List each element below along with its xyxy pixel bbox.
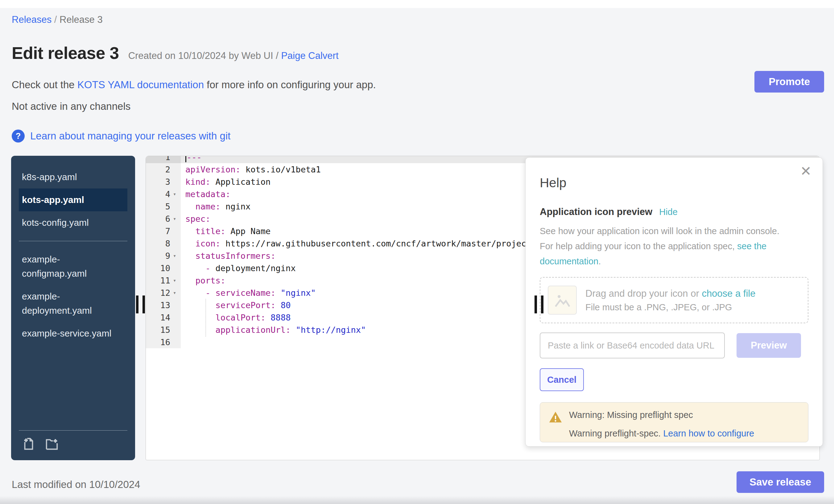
dropzone-text-block: Drag and drop your icon or choose a file… <box>586 288 755 312</box>
sidebar-file-k8s-app.yaml[interactable]: k8s-app.yaml <box>19 166 127 189</box>
sidebar-file-example-service.yaml[interactable]: example-service.yaml <box>19 322 127 345</box>
question-circle-icon: ? <box>12 130 25 143</box>
code-text: icon: https://raw.githubusercontent.com/… <box>181 239 536 248</box>
breadcrumb: Releases / Release 3 <box>12 14 103 25</box>
preview-button[interactable]: Preview <box>737 333 801 358</box>
channel-status: Not active in any channels <box>12 101 130 112</box>
line-number[interactable]: 2 <box>146 163 181 176</box>
fold-arrow-icon[interactable]: ▾ <box>170 290 179 296</box>
line-number[interactable]: 11▾ <box>146 274 181 287</box>
add-file-icon[interactable] <box>21 437 36 452</box>
title-row: Edit release 3 Created on 10/10/2024 by … <box>12 43 339 63</box>
icon-dropzone[interactable]: Drag and drop your icon or choose a file… <box>540 277 808 323</box>
drag-drop-text: Drag and drop your icon or <box>586 288 702 299</box>
description-period: . <box>598 256 601 266</box>
line-number[interactable]: 15 <box>146 324 181 336</box>
warning-triangle-icon <box>549 411 562 424</box>
line-number[interactable]: 3 <box>146 176 181 188</box>
file-list: k8s-app.yamlkots-app.yamlkots-config.yam… <box>11 166 135 345</box>
save-release-button[interactable]: Save release <box>737 471 824 493</box>
code-text: servicePort: 80 <box>181 301 290 310</box>
dropzone-main-text: Drag and drop your icon or choose a file <box>586 288 755 299</box>
add-folder-icon[interactable] <box>45 437 59 452</box>
breadcrumb-releases-link[interactable]: Releases <box>12 14 51 25</box>
promote-button[interactable]: Promote <box>754 71 824 92</box>
sidebar-editor-resize-handle[interactable] <box>136 295 145 313</box>
file-label: example-deployment.yaml <box>22 289 114 318</box>
kots-yaml-doc-link[interactable]: KOTS YAML documentation <box>78 79 204 90</box>
git-help-link[interactable]: Learn about managing your releases with … <box>30 130 231 142</box>
icon-url-input[interactable] <box>540 332 725 358</box>
code-text: name: nginx <box>181 202 250 211</box>
line-number[interactable]: 12▾ <box>146 287 181 299</box>
warning-detail: Warning preflight-spec. Learn how to con… <box>569 429 754 439</box>
close-icon[interactable]: ✕ <box>800 163 811 179</box>
code-text: apiVersion: kots.io/v1beta1 <box>181 165 321 174</box>
text-cursor <box>185 156 186 162</box>
file-sidebar: k8s-app.yamlkots-app.yamlkots-config.yam… <box>11 156 135 460</box>
line-number[interactable]: 4▾ <box>146 188 181 200</box>
image-placeholder-icon <box>548 286 577 314</box>
code-text: spec: <box>181 214 210 224</box>
warning-title: Warning: Missing preflight spec <box>569 410 754 420</box>
fold-arrow-icon[interactable]: ▾ <box>170 191 179 197</box>
line-number[interactable]: 14 <box>146 311 181 324</box>
fold-arrow-icon[interactable]: ▾ <box>170 253 179 259</box>
icon-preview-section-header: Application icon preview Hide <box>540 206 808 217</box>
window-top-strip <box>0 0 834 8</box>
code-text: statusInformers: <box>181 251 276 261</box>
code-text: localPort: 8888 <box>181 313 290 322</box>
window-bottom-strip <box>0 496 834 504</box>
last-modified-text: Last modified on 10/10/2024 <box>12 479 140 490</box>
learn-configure-link[interactable]: Learn how to configure <box>663 429 754 438</box>
choose-file-link[interactable]: choose a file <box>702 288 755 299</box>
created-info: Created on 10/10/2024 by Web UI / Paige … <box>128 50 339 61</box>
intro-prefix: Check out the <box>12 79 78 90</box>
file-label: kots-config.yaml <box>22 216 89 230</box>
file-label: example-configmap.yaml <box>22 252 114 281</box>
created-user-link[interactable]: Paige Calvert <box>281 50 338 61</box>
icon-url-row: Preview <box>540 332 808 358</box>
code-text: ports: <box>181 276 225 285</box>
line-number[interactable]: 7 <box>146 225 181 237</box>
dropzone-file-requirements: File must be a .PNG, .JPEG, or .JPG <box>586 302 755 312</box>
line-number[interactable]: 5 <box>146 200 181 213</box>
fold-arrow-icon[interactable]: ▾ <box>170 277 179 283</box>
preflight-warning-box: Warning: Missing preflight spec Warning … <box>540 402 808 442</box>
help-panel-title: Help <box>540 176 808 190</box>
warning-texts: Warning: Missing preflight spec Warning … <box>569 410 754 442</box>
code-text: kind: Application <box>181 177 270 187</box>
sidebar-file-kots-config.yaml[interactable]: kots-config.yaml <box>19 211 127 234</box>
icon-preview-description: See how your application icon will look … <box>540 224 790 269</box>
code-text: - deployment/nginx <box>181 263 296 273</box>
git-help-row[interactable]: ? Learn about managing your releases wit… <box>12 130 231 143</box>
code-text: --- <box>181 156 202 162</box>
sidebar-file-example-deployment.yaml[interactable]: example-deployment.yaml <box>19 285 127 322</box>
line-number[interactable]: 13 <box>146 299 181 311</box>
line-number[interactable]: 9▾ <box>146 249 181 262</box>
editor-help-resize-handle[interactable] <box>534 295 544 313</box>
sidebar-file-example-configmap.yaml[interactable]: example-configmap.yaml <box>19 248 127 285</box>
sidebar-file-kots-app.yaml[interactable]: kots-app.yaml <box>19 189 127 211</box>
line-number[interactable]: 1 <box>146 156 181 163</box>
help-panel: ✕ Help Application icon preview Hide See… <box>525 157 823 447</box>
warning-detail-text: Warning preflight-spec. <box>569 429 663 438</box>
hide-link[interactable]: Hide <box>659 207 678 217</box>
line-number[interactable]: 16 <box>146 336 181 348</box>
file-list-divider <box>19 241 127 241</box>
icon-preview-title: Application icon preview <box>540 206 652 217</box>
file-label: k8s-app.yaml <box>22 170 77 184</box>
code-text: metadata: <box>181 190 231 199</box>
created-text: Created on 10/10/2024 by Web UI / <box>128 50 281 61</box>
intro-suffix: for more info on configuring your app. <box>204 79 376 90</box>
file-label: kots-app.yaml <box>22 193 84 207</box>
cancel-button[interactable]: Cancel <box>540 368 584 391</box>
line-number[interactable]: 8 <box>146 237 181 249</box>
line-number[interactable]: 6▾ <box>146 213 181 225</box>
breadcrumb-separator: / <box>51 14 60 25</box>
code-text: applicationUrl: "http://nginx" <box>181 325 366 335</box>
file-label: example-service.yaml <box>22 326 111 341</box>
intro-text: Check out the KOTS YAML documentation fo… <box>12 79 376 91</box>
fold-arrow-icon[interactable]: ▾ <box>170 216 179 222</box>
line-number[interactable]: 10 <box>146 262 181 274</box>
